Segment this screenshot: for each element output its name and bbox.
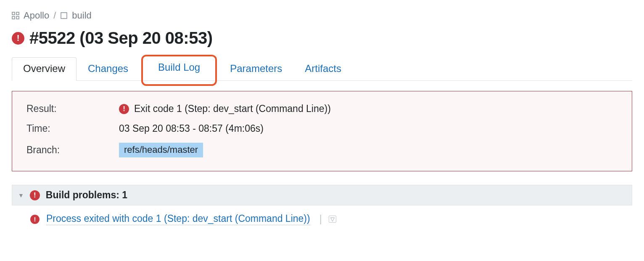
separator-bar: |: [319, 213, 322, 225]
build-problems-header[interactable]: ▼ ! Build problems: 1: [12, 185, 632, 205]
summary-row-result: Result: ! Exit code 1 (Step: dev_start (…: [26, 99, 618, 119]
problem-actions-dropdown[interactable]: ▽: [329, 216, 336, 223]
breadcrumb-buildconfig-link[interactable]: build: [72, 10, 91, 21]
svg-rect-2: [12, 16, 15, 19]
error-status-icon: !: [119, 104, 129, 114]
page-title-row: ! #5522 (03 Sep 20 08:53): [12, 29, 632, 48]
page-title: #5522 (03 Sep 20 08:53): [29, 29, 212, 48]
tab-build-log[interactable]: Build Log: [141, 55, 217, 86]
tab-overview[interactable]: Overview: [12, 57, 77, 81]
result-label: Result:: [26, 103, 119, 115]
breadcrumb-project-link[interactable]: Apollo: [24, 10, 49, 21]
svg-rect-1: [16, 12, 19, 15]
branch-tag[interactable]: refs/heads/master: [119, 143, 203, 157]
time-value: 03 Sep 20 08:53 - 08:57 (4m:06s): [119, 123, 264, 134]
error-status-icon: !: [12, 32, 24, 45]
svg-rect-0: [12, 12, 15, 15]
problem-item: ! Process exited with code 1 (Step: dev_…: [12, 205, 632, 229]
time-label: Time:: [26, 123, 119, 134]
build-summary-panel: Result: ! Exit code 1 (Step: dev_start (…: [12, 91, 632, 171]
build-problems-section: ▼ ! Build problems: 1 ! Process exited w…: [12, 185, 632, 229]
project-grid-icon: [12, 12, 19, 19]
error-status-icon: !: [30, 215, 40, 224]
buildconfig-square-icon: [60, 12, 68, 19]
breadcrumb-separator: /: [53, 10, 56, 21]
branch-label: Branch:: [26, 144, 119, 156]
build-problems-title: Build problems: 1: [46, 189, 127, 201]
summary-row-branch: Branch: refs/heads/master: [26, 138, 618, 162]
problem-link[interactable]: Process exited with code 1 (Step: dev_st…: [46, 213, 310, 225]
tab-changes[interactable]: Changes: [77, 57, 140, 81]
error-status-icon: !: [30, 190, 40, 200]
disclosure-triangle-icon: ▼: [18, 192, 24, 199]
tab-bar: Overview Changes Build Log Parameters Ar…: [12, 57, 632, 81]
svg-rect-4: [61, 13, 67, 19]
tab-parameters[interactable]: Parameters: [219, 57, 293, 81]
summary-row-time: Time: 03 Sep 20 08:53 - 08:57 (4m:06s): [26, 119, 618, 138]
svg-rect-3: [16, 16, 19, 19]
breadcrumb: Apollo / build: [12, 10, 632, 21]
result-value: Exit code 1 (Step: dev_start (Command Li…: [134, 103, 331, 115]
tab-artifacts[interactable]: Artifacts: [293, 57, 353, 81]
